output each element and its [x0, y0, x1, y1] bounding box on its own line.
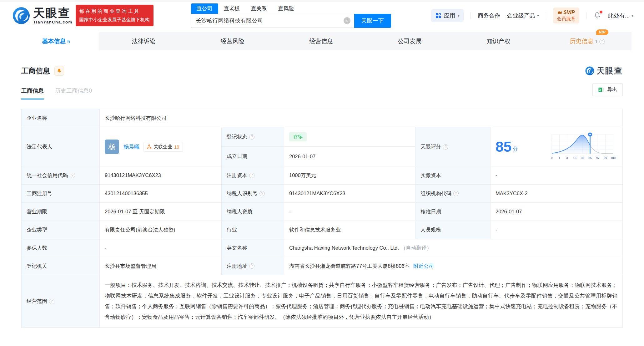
label-text: 天眼评分: [420, 143, 441, 150]
chart-tick-labels: 0 1 3 15 50 85 97 99 100: [551, 156, 616, 160]
label-text: 组织机构代码: [420, 190, 451, 197]
grid-apps-icon: [435, 13, 441, 19]
subtab-history-business-info[interactable]: 历史工商信息0: [55, 87, 92, 99]
search-field: ×: [191, 14, 354, 28]
field-value-taxpayer-id: 91430121MAK3YC6X23: [284, 185, 415, 203]
english-name: Changsha Haxing Network Technology Co., …: [289, 245, 399, 251]
score-distribution-chart: 0 1 3 15 50 85 97 99 100: [549, 131, 616, 162]
slogan-line2: 国家中小企业发展子基金旗下机构: [79, 16, 150, 24]
related-count: 19: [174, 144, 179, 150]
search-area: 查公司 查老板 查关系 查风险 × 天眼一下: [191, 3, 391, 28]
search-tab-risk[interactable]: 查风险: [273, 3, 300, 14]
field-value-reg-status: 存续: [284, 127, 415, 147]
help-icon[interactable]: ?: [49, 299, 54, 304]
svip-label: SVIP: [563, 9, 575, 16]
tab-intellectual-property[interactable]: 知识产权: [454, 32, 543, 50]
chart-tick: 15: [573, 156, 576, 160]
tab-label: 法律诉讼: [132, 37, 156, 45]
field-value-org-code: MAK3YC6X-2: [491, 185, 623, 203]
chart-tick: 100: [611, 156, 616, 160]
field-label-insured-count: 参保人数: [22, 239, 100, 257]
tab-company-development[interactable]: 公司发展: [365, 32, 454, 50]
field-label-staff-size: 人员规模: [415, 221, 491, 239]
help-icon[interactable]: ?: [453, 191, 459, 196]
tab-operating-info[interactable]: 经营信息: [277, 32, 365, 50]
subtab-row: 工商信息 历史工商信息0 导出: [21, 87, 623, 99]
nav-enterprise-products[interactable]: 企业级产品 ▾: [507, 12, 539, 19]
field-value-legal-rep: 杨 杨晨曦 关联企业 19: [100, 127, 222, 166]
help-icon[interactable]: ?: [249, 173, 254, 178]
org-network-icon: [147, 144, 152, 149]
export-button[interactable]: 导出: [592, 83, 623, 96]
field-value-business-scope: 一般项目：技术服务、技术开发、技术咨询、技术交流、技术转让、技术推广；机械设备租…: [100, 275, 623, 328]
tab-basic-info[interactable]: 基本信息 5: [13, 32, 99, 50]
field-label-business-term: 营业期限: [22, 203, 100, 221]
brand-name: 天眼查: [33, 7, 73, 19]
field-label-industry: 行业: [222, 221, 284, 239]
related-label: 关联企业: [153, 144, 172, 150]
field-value-business-term: 2026-01-07 至 无固定期限: [100, 203, 222, 221]
tab-operating-risk[interactable]: 经营风险: [188, 32, 277, 50]
help-icon[interactable]: ?: [443, 144, 448, 150]
tianyancha-swirl-icon: [13, 7, 30, 24]
field-value-reg-authority: 长沙县市场监督管理局: [100, 257, 222, 275]
field-label-establish-date: 成立日期: [222, 147, 284, 166]
clear-search-icon[interactable]: ×: [344, 17, 350, 24]
chart-tick: 97: [596, 156, 600, 160]
search-button[interactable]: 天眼一下: [354, 14, 391, 28]
help-icon[interactable]: ?: [259, 191, 265, 196]
help-icon[interactable]: ?: [249, 263, 254, 269]
field-label-approval-date: 核准日期: [415, 203, 491, 221]
tab-legal[interactable]: 法律诉讼: [99, 32, 188, 50]
svip-member-button[interactable]: SVIP 会员服务: [553, 8, 579, 24]
tab-history-info[interactable]: VIP 历史信息 1 ?: [543, 32, 631, 50]
tab-count: 5: [67, 39, 70, 44]
user-menu[interactable]: 此处有... ▾: [608, 12, 633, 19]
watermark-brand-text: 天眼查: [596, 65, 623, 76]
tab-label: 历史信息: [570, 37, 594, 45]
subtab-business-info[interactable]: 工商信息: [21, 87, 44, 99]
export-label: 导出: [607, 87, 617, 93]
help-icon[interactable]: ?: [249, 134, 254, 140]
browser-edge-strip: [0, 0, 644, 2]
field-label-business-scope: 经营范围 ?: [22, 275, 100, 328]
search-tab-company[interactable]: 查公司: [191, 3, 218, 14]
field-label-reg-status: 登记状态 ?: [222, 127, 284, 147]
field-value-paid-capital: -: [491, 166, 623, 185]
brand-domain: TianYanCha.com: [33, 20, 73, 24]
search-tab-boss[interactable]: 查老板: [218, 3, 245, 14]
field-label-company-type: 企业类型: [22, 221, 100, 239]
tab-count: 1: [595, 39, 598, 44]
label-text: 注册地址: [227, 263, 247, 270]
chart-tick: 0: [551, 156, 552, 160]
tab-label: 基本信息: [42, 37, 66, 45]
avatar[interactable]: 杨: [105, 140, 119, 154]
help-icon[interactable]: ?: [70, 173, 75, 178]
svip-line1-wrap: SVIP: [557, 9, 576, 16]
enterprise-label: 企业级产品: [507, 12, 535, 19]
search-tab-relation[interactable]: 查关系: [245, 3, 273, 14]
tab-label: 知识产权: [487, 37, 511, 45]
notifications-button[interactable]: [593, 12, 601, 19]
field-label-reg-authority: 登记机关: [22, 257, 100, 275]
field-value-company-type: 有限责任公司(港澳台法人独资): [100, 221, 222, 239]
divider: [546, 12, 546, 19]
apps-menu-button[interactable]: 应用 ▾: [431, 9, 464, 22]
field-value-taxpayer-quality: -: [284, 203, 415, 221]
tab-label: 经营风险: [221, 37, 244, 45]
logo-texts: 天眼查 TianYanCha.com: [33, 7, 73, 24]
field-value-approval-date: 2026-01-07: [491, 203, 623, 221]
address-text: 湖南省长沙县湘龙街道腾辉路77号工美大厦8楼806室: [289, 263, 410, 270]
site-logo[interactable]: 天眼查 TianYanCha.com: [13, 7, 73, 24]
search-input[interactable]: [191, 18, 354, 24]
search-tabs: 查公司 查老板 查关系 查风险: [191, 3, 391, 14]
legal-rep-link[interactable]: 杨晨曦: [123, 143, 139, 150]
label-text: 注册资本: [227, 172, 247, 179]
divider: [586, 12, 586, 19]
field-value-credit-code: 91430121MAK3YC6X23: [100, 166, 222, 185]
nav-business-coop[interactable]: 商务合作: [478, 12, 500, 19]
monitor-bell-button[interactable]: [54, 66, 64, 76]
help-icon[interactable]: ?: [599, 39, 605, 44]
related-companies-chip[interactable]: 关联企业 19: [143, 142, 183, 152]
nearby-companies-link[interactable]: 附近公司: [413, 263, 434, 270]
